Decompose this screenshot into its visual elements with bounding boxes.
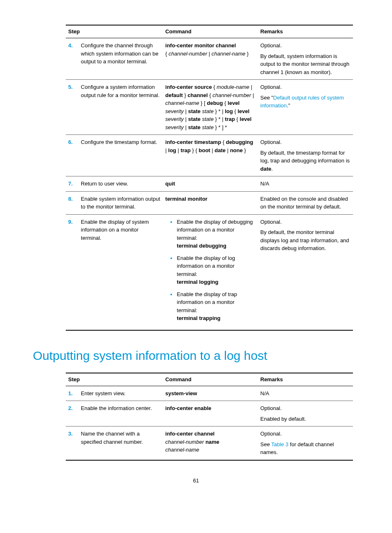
table-row: 8. Enable system information output to t… xyxy=(66,191,353,214)
step-desc: Enable system information output to the … xyxy=(78,191,163,214)
col-step: Step xyxy=(66,25,163,38)
step-remarks: Optional. See Table 3 for default channe… xyxy=(258,426,353,460)
col-command: Command xyxy=(163,373,258,386)
table-header-row: Step Command Remarks xyxy=(66,373,353,386)
step-desc: Return to user view. xyxy=(78,176,163,192)
step-number: 6. xyxy=(68,139,73,145)
step-desc: Configure the timestamp format. xyxy=(78,135,163,176)
step-command: info-center timestamp { debugging | log … xyxy=(163,135,258,176)
config-table-1: Step Command Remarks 4. Configure the ch… xyxy=(66,25,353,331)
step-command: info-center source { module-name | defau… xyxy=(163,80,258,135)
step-desc: Configure the channel through which syst… xyxy=(78,38,163,80)
table-row: 6. Configure the timestamp format. info-… xyxy=(66,135,353,176)
table-row: 2. Enable the information center. info-c… xyxy=(66,401,353,426)
col-step: Step xyxy=(66,373,163,386)
table-row: 9. Enable the display of system informat… xyxy=(66,214,353,330)
table-row: 5. Configure a system information output… xyxy=(66,80,353,135)
step-remarks: Optional. See "Default output rules of s… xyxy=(258,80,353,135)
step-command: terminal monitor xyxy=(163,191,258,214)
step-desc: Enter system view. xyxy=(78,386,163,401)
step-number: 3. xyxy=(68,431,73,437)
table-row: 7. Return to user view. quit N/A xyxy=(66,176,353,192)
step-number: 5. xyxy=(68,84,73,90)
col-remarks: Remarks xyxy=(258,373,353,386)
step-command: info-center channel channel-number name … xyxy=(163,426,258,460)
step-number: 7. xyxy=(68,181,73,187)
link-default-output-rules[interactable]: Default output rules of system informati… xyxy=(261,95,344,109)
step-remarks: Optional. By default, the timestamp form… xyxy=(258,135,353,176)
page-number: 61 xyxy=(33,477,359,484)
step-number: 1. xyxy=(68,390,73,396)
step-command: info-center monitor channel { channel-nu… xyxy=(163,38,258,80)
col-command: Command xyxy=(163,25,258,38)
table-row: 1. Enter system view. system-view N/A xyxy=(66,386,353,401)
step-command: info-center enable xyxy=(163,401,258,426)
table-header-row: Step Command Remarks xyxy=(66,25,353,38)
table-row: 3. Name the channel with a specified cha… xyxy=(66,426,353,460)
step-desc: Configure a system information output ru… xyxy=(78,80,163,135)
list-item: Enable the display of log information on… xyxy=(172,254,255,286)
config-table-2: Step Command Remarks 1. Enter system vie… xyxy=(66,373,353,461)
list-item: Enable the display of trap information o… xyxy=(172,290,255,322)
step-number: 9. xyxy=(68,219,73,225)
step-desc: Enable the display of system information… xyxy=(78,214,163,330)
step-number: 4. xyxy=(68,42,73,49)
step-command: Enable the display of debugging informat… xyxy=(163,214,258,330)
link-table-3[interactable]: Table 3 xyxy=(271,441,288,447)
step-remarks: N/A xyxy=(258,176,353,192)
table-row: 4. Configure the channel through which s… xyxy=(66,38,353,80)
step-desc: Enable the information center. xyxy=(78,401,163,426)
step-desc: Name the channel with a specified channe… xyxy=(78,426,163,460)
step-remarks: Optional. By default, the monitor termin… xyxy=(258,214,353,330)
step-command: system-view xyxy=(163,386,258,401)
section-heading: Outputting system information to a log h… xyxy=(33,347,359,364)
col-remarks: Remarks xyxy=(258,25,353,38)
step-number: 2. xyxy=(68,405,73,411)
list-item: Enable the display of debugging informat… xyxy=(172,218,255,250)
step-remarks: Optional. Enabled by default. xyxy=(258,401,353,426)
step-remarks: Enabled on the console and disabled on t… xyxy=(258,191,353,214)
step-command: quit xyxy=(163,176,258,192)
step-remarks: Optional. By default, system information… xyxy=(258,38,353,80)
step-remarks: N/A xyxy=(258,386,353,401)
step-number: 8. xyxy=(68,196,73,202)
